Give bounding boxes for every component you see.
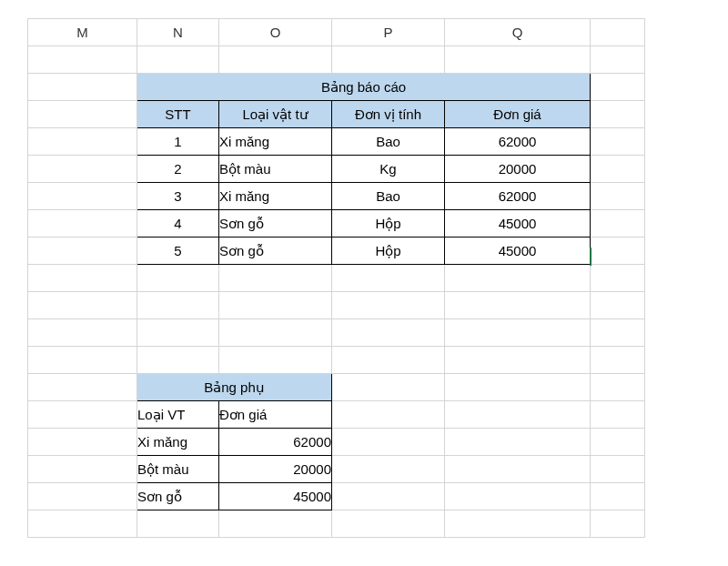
cell[interactable] <box>219 510 332 538</box>
cell[interactable] <box>591 265 645 292</box>
cell[interactable] <box>28 292 137 319</box>
cell-loaivt[interactable]: Bột màu <box>137 456 219 483</box>
cell-dongia[interactable]: 20000 <box>445 156 591 183</box>
cell[interactable] <box>219 46 332 74</box>
cell[interactable] <box>445 401 591 429</box>
cell[interactable] <box>137 292 219 319</box>
cell-dongia[interactable]: 62000 <box>445 128 591 156</box>
table1-title[interactable]: Bảng báo cáo <box>137 74 591 101</box>
cell[interactable] <box>445 292 591 319</box>
cell[interactable] <box>332 429 445 456</box>
cell-stt[interactable]: 4 <box>137 210 219 238</box>
cell[interactable] <box>445 46 591 74</box>
cell[interactable] <box>445 347 591 374</box>
col-header-O[interactable]: O <box>219 19 332 46</box>
cell[interactable] <box>137 46 219 74</box>
cell[interactable] <box>591 429 645 456</box>
cell[interactable] <box>28 265 137 292</box>
cell-donvitinh[interactable]: Bao <box>332 183 445 210</box>
cell[interactable] <box>591 374 645 401</box>
cell[interactable] <box>591 319 645 347</box>
cell[interactable] <box>137 510 219 538</box>
table1-header-stt[interactable]: STT <box>137 101 219 128</box>
col-header-R[interactable] <box>591 19 645 46</box>
cell[interactable] <box>28 210 137 238</box>
cell[interactable] <box>137 319 219 347</box>
cell[interactable] <box>591 101 645 128</box>
cell[interactable] <box>28 238 137 265</box>
cell[interactable] <box>28 319 137 347</box>
cell[interactable] <box>591 292 645 319</box>
cell-dongia[interactable]: 20000 <box>219 456 332 483</box>
cell[interactable] <box>591 74 645 101</box>
cell[interactable] <box>445 319 591 347</box>
cell[interactable] <box>332 483 445 510</box>
cell-stt[interactable]: 3 <box>137 183 219 210</box>
cell[interactable] <box>445 265 591 292</box>
cell-dongia[interactable]: 62000 <box>219 429 332 456</box>
cell-donvitinh[interactable]: Bao <box>332 128 445 156</box>
cell[interactable] <box>591 347 645 374</box>
cell[interactable] <box>28 46 137 74</box>
cell-loaivt[interactable]: Sơn gỗ <box>219 210 332 238</box>
cell-loaivt[interactable]: Bột màu <box>219 156 332 183</box>
cell[interactable] <box>28 429 137 456</box>
cell[interactable] <box>332 401 445 429</box>
cell[interactable] <box>445 483 591 510</box>
cell[interactable] <box>219 265 332 292</box>
cell[interactable] <box>137 347 219 374</box>
cell[interactable] <box>591 238 645 265</box>
cell-dongia[interactable]: 45000 <box>219 483 332 510</box>
cell[interactable] <box>332 374 445 401</box>
cell[interactable] <box>28 374 137 401</box>
col-header-M[interactable]: M <box>28 19 137 46</box>
cell[interactable] <box>591 128 645 156</box>
cell-donvitinh[interactable]: Hộp <box>332 238 445 265</box>
cell[interactable] <box>28 401 137 429</box>
cell[interactable] <box>591 456 645 483</box>
table2-title[interactable]: Bảng phụ <box>137 374 332 401</box>
cell-loaivt[interactable]: Xi măng <box>219 128 332 156</box>
col-header-P[interactable]: P <box>332 19 445 46</box>
cell-dongia[interactable]: 45000 <box>445 238 591 265</box>
cell[interactable] <box>445 374 591 401</box>
cell-loaivt[interactable]: Sơn gỗ <box>219 238 332 265</box>
cell[interactable] <box>28 101 137 128</box>
cell-donvitinh[interactable]: Hộp <box>332 210 445 238</box>
cell[interactable] <box>219 319 332 347</box>
cell-stt[interactable]: 2 <box>137 156 219 183</box>
cell-stt[interactable]: 5 <box>137 238 219 265</box>
table1-header-dongia[interactable]: Đơn giá <box>445 101 591 128</box>
cell[interactable] <box>591 183 645 210</box>
cell[interactable] <box>445 510 591 538</box>
cell[interactable] <box>219 347 332 374</box>
cell-dongia[interactable]: 62000 <box>445 183 591 210</box>
cell-loaivt[interactable]: Sơn gỗ <box>137 483 219 510</box>
cell[interactable] <box>332 319 445 347</box>
table1-header-donvitinh[interactable]: Đơn vị tính <box>332 101 445 128</box>
cell[interactable] <box>332 347 445 374</box>
cell[interactable] <box>332 265 445 292</box>
cell[interactable] <box>591 401 645 429</box>
table1-header-loaivt[interactable]: Loại vật tư <box>219 101 332 128</box>
cell-dongia[interactable]: 45000 <box>445 210 591 238</box>
cell[interactable] <box>591 210 645 238</box>
cell[interactable] <box>28 483 137 510</box>
cell[interactable] <box>28 183 137 210</box>
cell[interactable] <box>332 456 445 483</box>
col-header-Q[interactable]: Q <box>445 19 591 46</box>
cell[interactable] <box>332 46 445 74</box>
table2-header-loaivt[interactable]: Loại VT <box>137 401 219 429</box>
cell[interactable] <box>28 456 137 483</box>
cell[interactable] <box>137 265 219 292</box>
cell[interactable] <box>445 429 591 456</box>
spreadsheet-grid[interactable]: M N O P Q Bảng báo cáo STT Loại vật tư Đ… <box>27 18 645 538</box>
cell[interactable] <box>591 46 645 74</box>
cell[interactable] <box>332 292 445 319</box>
table2-header-dongia[interactable]: Đơn giá <box>219 401 332 429</box>
cell-loaivt[interactable]: Xi măng <box>137 429 219 456</box>
cell[interactable] <box>28 128 137 156</box>
cell[interactable] <box>28 74 137 101</box>
col-header-N[interactable]: N <box>137 19 219 46</box>
cell-donvitinh[interactable]: Kg <box>332 156 445 183</box>
